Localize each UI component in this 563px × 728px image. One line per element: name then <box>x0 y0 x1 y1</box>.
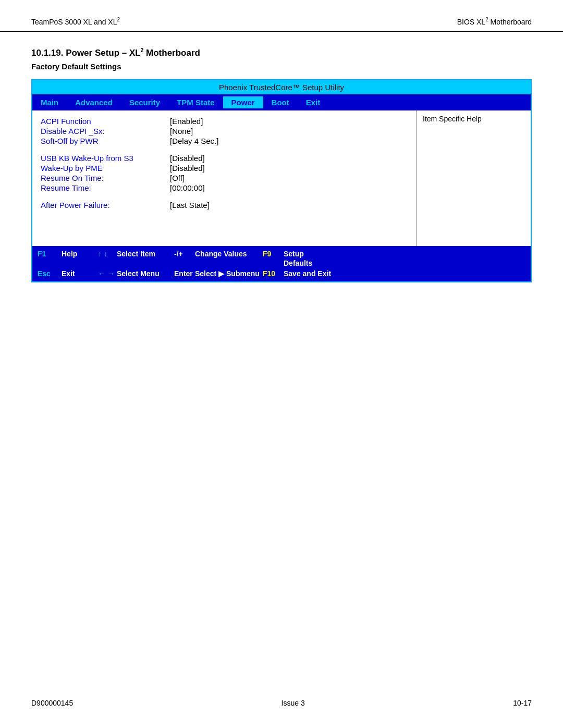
label-disable-acpi: Disable ACPI _Sx: <box>41 127 166 135</box>
key-f10-label: Save and Exit <box>284 269 331 278</box>
nav-power[interactable]: Power <box>223 96 263 108</box>
value-resume-time: [00:00:00] <box>170 183 205 192</box>
section-title-prefix: 10.1.19. Power Setup – XL <box>31 47 141 57</box>
header-left-text: TeamPoS 3000 XL and XL <box>31 18 117 26</box>
header-left: TeamPoS 3000 XL and XL2 <box>31 17 120 26</box>
action-select-menu: Select Menu <box>117 269 174 278</box>
value-resume-on-time: [Off] <box>170 174 185 182</box>
label-usb-wakeup: USB KB Wake-Up from S3 <box>41 154 166 163</box>
key-enter: Enter <box>174 269 195 278</box>
header-right-text: BIOS XL <box>457 18 485 26</box>
bios-title-text: Phoenix TrustedCore™ Setup Utility <box>219 83 344 92</box>
section-title-suffix: Motherboard <box>143 47 200 57</box>
setting-softoff-pwr: Soft-Off by PWR [Delay 4 Sec.] <box>41 137 408 145</box>
label-resume-time: Resume Time: <box>41 183 166 192</box>
setting-acpi-function: ACPI Function [Enabled] <box>41 117 408 126</box>
key-f1: F1 <box>38 250 62 258</box>
item-specific-help-title: Item Specific Help <box>423 115 524 123</box>
nav-security[interactable]: Security <box>121 96 168 108</box>
key-esc: Esc <box>38 269 62 278</box>
footer-issue: Issue 3 <box>282 699 305 707</box>
key-f9: F9 <box>263 250 284 258</box>
nav-main[interactable]: Main <box>32 96 67 108</box>
bios-nav-bar[interactable]: Main Advanced Security TPM State Power B… <box>32 94 531 110</box>
page-header: TeamPoS 3000 XL and XL2 BIOS XL2 Motherb… <box>0 0 563 32</box>
key-arrows-ud: ↑ ↓ <box>98 250 117 258</box>
label-acpi-function: ACPI Function <box>41 117 166 126</box>
footer-page-number: 10-17 <box>513 699 532 707</box>
key-f10: F10 <box>263 269 284 278</box>
bios-left-panel: ACPI Function [Enabled] Disable ACPI _Sx… <box>32 110 416 246</box>
label-wakeup-pme: Wake-Up by PME <box>41 164 166 172</box>
section-title: 10.1.19. Power Setup – XL2 Motherboard <box>31 47 532 58</box>
label-resume-on-time: Resume On Time: <box>41 174 166 182</box>
bios-right-panel: Item Specific Help <box>416 110 531 246</box>
action-select-submenu: Select ▶ Submenu <box>195 269 263 278</box>
bios-title-bar: Phoenix TrustedCore™ Setup Utility <box>32 80 531 94</box>
action-change-values: Change Values <box>195 250 263 258</box>
key-sep-minusplus: -/+ <box>174 250 195 258</box>
value-acpi-function: [Enabled] <box>170 117 203 126</box>
setting-after-power-failure: After Power Failure: [Last State] <box>41 201 408 209</box>
bios-main-content: ACPI Function [Enabled] Disable ACPI _Sx… <box>32 110 531 246</box>
value-usb-wakeup: [Disabled] <box>170 154 205 163</box>
key-f1-label: Help <box>62 250 98 258</box>
nav-boot[interactable]: Boot <box>263 96 298 108</box>
page-footer: D900000145 Issue 3 10-17 <box>0 699 563 707</box>
value-wakeup-pme: [Disabled] <box>170 164 205 172</box>
header-right: BIOS XL2 Motherboard <box>457 17 532 26</box>
setting-disable-acpi: Disable ACPI _Sx: [None] <box>41 127 408 135</box>
value-softoff-pwr: [Delay 4 Sec.] <box>170 137 218 145</box>
setting-resume-time: Resume Time: [00:00:00] <box>41 183 408 192</box>
action-select-item: Select Item <box>117 250 174 258</box>
header-left-sup: 2 <box>117 17 120 22</box>
header-right-suffix: Motherboard <box>488 18 532 26</box>
key-esc-label: Exit <box>62 269 98 278</box>
setting-usb-wakeup: USB KB Wake-Up from S3 [Disabled] <box>41 154 408 163</box>
nav-tpm-state[interactable]: TPM State <box>168 96 223 108</box>
key-f9-label: Setup <box>284 250 304 258</box>
setting-resume-on-time: Resume On Time: [Off] <box>41 174 408 182</box>
value-disable-acpi: [None] <box>170 127 193 135</box>
nav-exit[interactable]: Exit <box>298 96 329 108</box>
bios-bottom-bar: F1 Help ↑ ↓ Select Item -/+ Change Value… <box>32 246 531 281</box>
bottom-row-2: Esc Exit ← → Select Menu Enter Select ▶ … <box>38 268 525 279</box>
footer-doc-number: D900000145 <box>31 699 73 707</box>
section-subtitle: Factory Default Settings <box>31 62 532 71</box>
nav-advanced[interactable]: Advanced <box>67 96 121 108</box>
label-after-power-failure: After Power Failure: <box>41 201 166 209</box>
key-f9-defaults: Defaults <box>284 259 312 267</box>
key-arrows-lr: ← → <box>98 269 117 278</box>
label-softoff-pwr: Soft-Off by PWR <box>41 137 166 145</box>
setting-wakeup-pme: Wake-Up by PME [Disabled] <box>41 164 408 172</box>
bottom-row-1: F1 Help ↑ ↓ Select Item -/+ Change Value… <box>38 249 525 259</box>
value-after-power-failure: [Last State] <box>170 201 210 209</box>
content-area: 10.1.19. Power Setup – XL2 Motherboard F… <box>0 37 563 299</box>
bios-setup-box: Phoenix TrustedCore™ Setup Utility Main … <box>31 79 532 282</box>
